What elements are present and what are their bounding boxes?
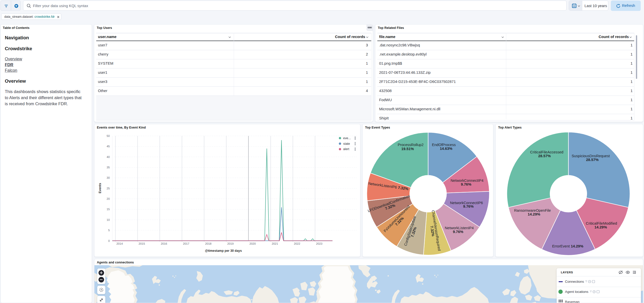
svg-text:EndOfProcess: EndOfProcess	[432, 143, 456, 147]
svg-text:ProcessRollup2: ProcessRollup2	[398, 143, 423, 147]
svg-text:35: 35	[106, 166, 110, 169]
svg-text:9.76%: 9.76%	[453, 230, 463, 234]
svg-text:2014: 2014	[116, 242, 123, 245]
svg-text:15: 15	[106, 208, 110, 211]
svg-text:SuspiciousDnsRequest: SuspiciousDnsRequest	[572, 154, 610, 158]
svg-text:2016: 2016	[161, 242, 167, 245]
svg-text:40: 40	[106, 155, 110, 158]
svg-text:30: 30	[106, 176, 110, 179]
svg-text:0: 0	[108, 239, 110, 242]
svg-text:2021: 2021	[271, 242, 278, 245]
svg-text:state: state	[343, 142, 350, 146]
svg-text:RansomwareOpenFile: RansomwareOpenFile	[514, 208, 551, 212]
svg-text:28.57%: 28.57%	[538, 154, 551, 158]
svg-text:Events: Events	[98, 183, 102, 193]
svg-text:45: 45	[106, 145, 110, 148]
svg-text:10: 10	[106, 218, 110, 221]
svg-text:28.57%: 28.57%	[586, 158, 599, 162]
svg-text:@timestamp per 30 days: @timestamp per 30 days	[205, 249, 242, 253]
svg-text:CriticalFileAccessed: CriticalFileAccessed	[530, 150, 563, 154]
svg-text:14.29%: 14.29%	[594, 225, 607, 229]
svg-text:50: 50	[106, 134, 110, 137]
svg-text:NetworkConnectIP4: NetworkConnectIP4	[451, 179, 483, 183]
svg-text:alert: alert	[343, 147, 349, 151]
svg-text:2023: 2023	[316, 242, 322, 245]
svg-text:2015: 2015	[139, 242, 145, 245]
svg-text:14.63%: 14.63%	[440, 147, 452, 151]
svg-text:2018: 2018	[205, 242, 211, 245]
svg-text:25: 25	[106, 187, 110, 190]
svg-text:ErrorEvent 14.29%: ErrorEvent 14.29%	[552, 244, 583, 248]
svg-text:2019: 2019	[227, 242, 233, 245]
svg-text:20: 20	[106, 197, 110, 200]
svg-text:19.51%: 19.51%	[401, 147, 414, 151]
svg-text:2022: 2022	[294, 242, 300, 245]
svg-text:9.76%: 9.76%	[461, 182, 471, 186]
svg-text:2017: 2017	[183, 242, 189, 245]
svg-text:eve...: eve...	[343, 136, 351, 140]
svg-text:2020: 2020	[249, 242, 256, 245]
svg-text:14.29%: 14.29%	[528, 212, 540, 216]
svg-text:CriticalFileModified: CriticalFileModified	[586, 221, 617, 225]
svg-text:9.76%: 9.76%	[463, 204, 473, 208]
svg-text:NetworkListenIP4: NetworkListenIP4	[445, 226, 474, 230]
svg-text:5: 5	[108, 229, 110, 232]
